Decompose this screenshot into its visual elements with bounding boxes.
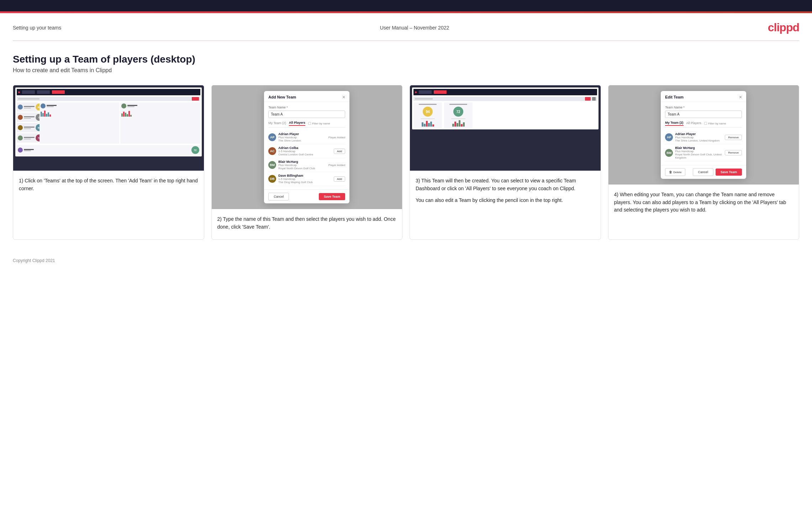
avatar-large-2 xyxy=(121,103,126,108)
avatar-3 xyxy=(18,125,23,130)
edit-tab-my-team[interactable]: My Team (2) xyxy=(665,121,683,126)
player-details-1: Adrian Player Plus HandicapThe Shire Lon… xyxy=(278,132,326,142)
player-row-4: DB Dave Billingham 1-5 HandicapThe Ding … xyxy=(268,172,345,186)
add-player-4-btn[interactable]: Add xyxy=(334,176,345,182)
nav-dot-3 xyxy=(415,91,417,93)
edit-player-avatar-1: AP xyxy=(665,133,673,141)
player-avatar-2: AC xyxy=(268,147,276,155)
add-team-modal: Add New Team × Team Name * My Team (2) A… xyxy=(264,91,349,203)
edit-cancel-button[interactable]: Cancel xyxy=(693,168,713,176)
nav-logo-dot xyxy=(18,91,20,93)
modal-close-icon[interactable]: × xyxy=(342,95,345,100)
edit-filter-by-name: Filter by name xyxy=(704,122,726,125)
tab-all-players[interactable]: All Players xyxy=(289,121,305,126)
top-bar xyxy=(0,0,812,11)
edit-modal-body: Team Name * My Team (2) All Players Filt… xyxy=(661,102,746,165)
modal-tabs: My Team (2) All Players Filter by name xyxy=(268,121,345,128)
page-subtitle: How to create and edit Teams in Clippd xyxy=(13,67,799,74)
big-score-2: 72 xyxy=(444,102,473,128)
player-row-2: AC Adrian Colba 1-5 HandicapCentral Lond… xyxy=(268,144,345,158)
remove-player-1-btn[interactable]: Remove xyxy=(725,135,742,140)
trash-icon: 🗑 xyxy=(669,170,672,174)
player-row-3: BM Blair McHarg Plus HandicapRoyal North… xyxy=(268,158,345,172)
player-avatar-1: AP xyxy=(268,133,276,141)
filter-bar xyxy=(18,98,39,100)
add-player-2-btn[interactable]: Add xyxy=(334,149,345,154)
card-step-3: 94 xyxy=(410,85,601,240)
card-step-2: Add New Team × Team Name * My Team (2) A… xyxy=(211,85,403,240)
modal-header: Add New Team × xyxy=(264,91,349,102)
edit-player-details-2: Blair McHarg Plus HandicapRoyal North De… xyxy=(675,146,723,159)
card-1-text: 1) Click on 'Teams' at the top of the sc… xyxy=(13,171,204,239)
player-row-1: AP Adrian Player Plus HandicapThe Shire … xyxy=(268,130,345,144)
nav-tab-3a xyxy=(419,90,432,94)
footer: Copyright Clippd 2021 xyxy=(0,252,812,272)
nav-tab-my-perf xyxy=(52,90,65,94)
cards-row: 84 0 xyxy=(13,85,799,240)
player-card-large-2 xyxy=(120,102,200,144)
copyright-text: Copyright Clippd 2021 xyxy=(13,258,55,263)
score-richard: 72 xyxy=(191,146,199,154)
edit-team-name-label: Team Name * xyxy=(665,106,742,109)
player-mini-4: 78 xyxy=(17,133,38,143)
nav-tab-3b xyxy=(434,90,447,94)
card-step-1: 84 0 xyxy=(13,85,204,240)
edit-player-row-2: BM Blair McHarg Plus HandicapRoyal North… xyxy=(665,144,742,161)
edit-save-team-button[interactable]: Save Team xyxy=(716,169,742,176)
card-2-text: 2) Type the name of this Team and then s… xyxy=(212,209,402,239)
avatar-1 xyxy=(18,105,23,110)
page-title: Setting up a Team of players (desktop) xyxy=(13,54,799,65)
edit-player-row-1: AP Adrian Player Plus HandicapThe Shire … xyxy=(665,130,742,144)
edit-player-avatar-2: BM xyxy=(665,149,673,157)
player-added-3: Player Added xyxy=(328,164,346,167)
edit-modal-footer: 🗑 Delete Cancel Save Team xyxy=(661,165,746,179)
edit-modal-close-icon[interactable]: × xyxy=(739,95,742,100)
player-avatar-4: DB xyxy=(268,175,276,183)
tab-my-team[interactable]: My Team (2) xyxy=(268,121,286,126)
player-details-3: Blair McHarg Plus HandicapRoyal North De… xyxy=(278,160,326,170)
player-list: AP Adrian Player Plus HandicapThe Shire … xyxy=(268,130,345,186)
card-4-text: 4) When editing your Team, you can chang… xyxy=(608,185,799,239)
player-mini-2: 0 xyxy=(17,113,38,122)
filter-by-name: Filter by name xyxy=(308,122,330,125)
player-added-1: Player Added xyxy=(328,136,346,139)
avatar-2 xyxy=(18,115,23,120)
edit-team-name-input[interactable] xyxy=(665,111,742,118)
screenshot-4: Edit Team × Team Name * My Team (2) All … xyxy=(608,85,799,185)
modal-body: Team Name * My Team (2) All Players Filt… xyxy=(264,102,349,190)
team-name-input[interactable] xyxy=(268,111,345,118)
player-mini-1: 84 xyxy=(17,102,38,112)
modal-footer: Cancel Save Team xyxy=(264,190,349,203)
add-team-btn-mini xyxy=(192,97,199,101)
screenshot-2: Add New Team × Team Name * My Team (2) A… xyxy=(212,85,402,209)
edit-filter-checkbox[interactable] xyxy=(704,122,707,125)
edit-team-modal: Edit Team × Team Name * My Team (2) All … xyxy=(661,91,746,179)
edit-modal-title: Edit Team xyxy=(665,95,684,99)
header: Setting up your teams User Manual – Nove… xyxy=(0,13,812,41)
save-team-button[interactable]: Save Team xyxy=(319,193,345,200)
cancel-button[interactable]: Cancel xyxy=(268,193,289,201)
player-card-large xyxy=(39,102,119,144)
modal-title: Add New Team xyxy=(268,95,296,99)
player-details-4: Dave Billingham 1-5 HandicapThe Ding Map… xyxy=(278,174,332,184)
edit-modal-tabs: My Team (2) All Players Filter by name xyxy=(665,121,742,128)
remove-player-2-btn[interactable]: Remove xyxy=(725,150,742,155)
card-3-text: 3) This Team will then be created. You c… xyxy=(410,171,601,239)
big-score-1: 94 xyxy=(413,102,442,128)
edit-player-details-1: Adrian Player Plus HandicapThe Shire Lon… xyxy=(675,132,723,142)
delete-team-button[interactable]: 🗑 Delete xyxy=(665,168,685,176)
player-details-2: Adrian Colba 1-5 HandicapCentral London … xyxy=(278,146,332,156)
nav-tab-home xyxy=(22,90,35,94)
player-sidebar: 84 0 xyxy=(17,102,38,144)
header-section-label: Setting up your teams xyxy=(13,25,61,31)
main-content: Setting up a Team of players (desktop) H… xyxy=(0,41,812,240)
card-step-4: Edit Team × Team Name * My Team (2) All … xyxy=(608,85,800,240)
nav-tab-teams xyxy=(37,90,50,94)
main-stats xyxy=(39,102,200,144)
team-name-label: Team Name * xyxy=(268,106,345,109)
filter-checkbox[interactable] xyxy=(308,122,311,125)
screenshot-1: 84 0 xyxy=(13,85,204,171)
screenshot-3: 94 xyxy=(410,85,601,171)
edit-tab-all-players[interactable]: All Players xyxy=(686,121,702,126)
avatar-large xyxy=(41,103,46,108)
